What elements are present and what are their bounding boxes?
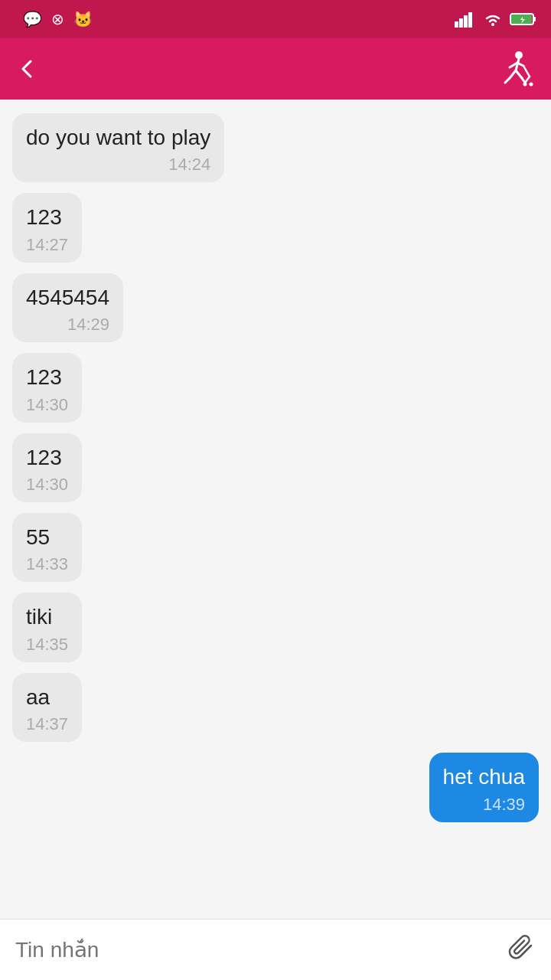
message-text: 123 [26, 364, 68, 391]
message-text: 123 [26, 444, 68, 472]
svg-point-18 [523, 83, 527, 87]
message-input[interactable] [15, 938, 499, 962]
walking-person-icon [496, 49, 536, 89]
svg-line-17 [525, 77, 530, 83]
svg-line-16 [523, 66, 530, 77]
status-left: 💬 ⊗ 🐱 [14, 10, 93, 28]
svg-rect-3 [468, 12, 472, 28]
message-time: 14:30 [26, 475, 68, 495]
message-text: aa [26, 684, 68, 711]
message-time: 14:39 [443, 795, 525, 815]
svg-line-12 [510, 70, 516, 78]
message-bubble: tiki14:35 [12, 593, 82, 662]
message-text: 55 [26, 524, 68, 551]
attach-button[interactable] [508, 933, 536, 967]
wifi-icon [482, 11, 504, 28]
message-text: 123 [26, 204, 68, 231]
message-time: 14:33 [26, 554, 68, 574]
message-time: 14:30 [26, 395, 68, 415]
message-time: 14:24 [26, 155, 210, 175]
attach-icon [508, 933, 536, 967]
messages-area: do you want to play14:2412314:2745454541… [0, 100, 551, 919]
message-text: het chua [443, 763, 525, 791]
svg-line-14 [516, 70, 522, 78]
svg-point-4 [491, 23, 494, 26]
message-bubble: 454545414:29 [12, 273, 123, 342]
message-bubble: do you want to play14:24 [12, 113, 224, 182]
svg-rect-0 [455, 21, 458, 28]
message-bubble: 5514:33 [12, 513, 82, 582]
back-button[interactable] [15, 57, 40, 81]
svg-rect-2 [464, 15, 468, 28]
message-bubble: aa14:37 [12, 673, 82, 742]
signal-icon [455, 11, 476, 28]
message-time: 14:27 [26, 235, 68, 255]
status-right [455, 11, 537, 28]
game-notif-icon: 🐱 [73, 10, 93, 28]
message-bubble: 12314:27 [12, 193, 82, 262]
message-bubble: 12314:30 [12, 353, 82, 422]
message-bubble: 12314:30 [12, 433, 82, 502]
svg-rect-1 [459, 18, 463, 28]
message-text: tiki [26, 603, 68, 631]
svg-point-19 [530, 83, 533, 87]
activity-button[interactable] [496, 49, 536, 89]
message-text: 4545454 [26, 284, 109, 312]
app-bar [0, 38, 551, 100]
battery-icon [510, 11, 537, 28]
status-bar: 💬 ⊗ 🐱 [0, 0, 551, 38]
svg-line-13 [505, 78, 510, 83]
message-time: 14:35 [26, 635, 68, 655]
message-text: do you want to play [26, 124, 210, 152]
message-time: 14:29 [26, 315, 109, 335]
close-notif-icon: ⊗ [51, 10, 64, 28]
svg-point-8 [515, 51, 523, 59]
svg-rect-6 [533, 17, 536, 21]
message-time: 14:37 [26, 714, 68, 734]
message-notif-icon: 💬 [23, 10, 42, 28]
message-bubble: het chua14:39 [429, 753, 539, 822]
input-bar [0, 919, 551, 980]
